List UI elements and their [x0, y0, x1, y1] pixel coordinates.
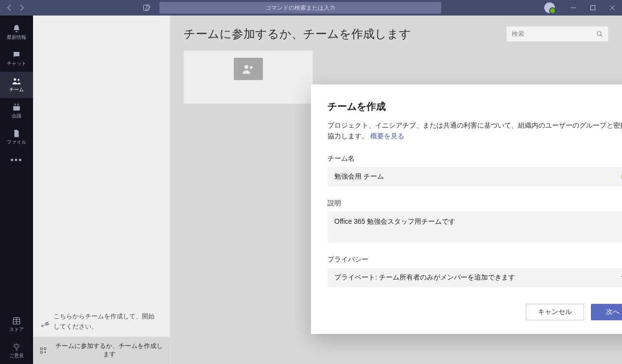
store-icon	[12, 316, 21, 325]
svg-point-9	[15, 345, 18, 348]
next-button[interactable]: 次へ	[591, 304, 622, 320]
window-maximize-button[interactable]	[583, 0, 603, 16]
teams-search-input[interactable]: 検索	[506, 26, 608, 42]
nav-back-button[interactable]	[3, 1, 16, 14]
app-rail: 最新情報 チャット チーム 会議 ファイル •••	[0, 16, 33, 364]
teams-icon	[12, 77, 21, 85]
command-search-input[interactable]: コマンドの検索または入力	[159, 2, 441, 14]
rail-item-label: 会議	[12, 113, 21, 119]
titlebar: コマンドの検索または入力	[0, 0, 622, 16]
rail-item-feedback[interactable]: ご意見	[0, 338, 33, 364]
rail-item-teams[interactable]: チーム	[0, 72, 33, 98]
privacy-label: プライバシー	[328, 255, 622, 264]
rail-item-label: チーム	[9, 86, 24, 93]
nav-forward-button[interactable]	[16, 1, 28, 14]
svg-point-11	[44, 347, 47, 350]
team-grid-icon	[38, 345, 49, 356]
svg-point-15	[250, 66, 253, 69]
team-description-label: 説明	[328, 199, 622, 208]
create-team-hint-text: こちらからチームを作成して、開始してください。	[53, 313, 155, 330]
svg-point-14	[244, 65, 248, 69]
team-name-value: 勉強会用 チーム	[334, 172, 384, 181]
compose-icon[interactable]	[140, 1, 154, 15]
cancel-button[interactable]: キャンセル	[526, 304, 584, 320]
svg-point-12	[40, 351, 43, 354]
create-team-tile[interactable]	[184, 50, 313, 104]
team-name-label: チーム名	[328, 154, 622, 163]
rail-item-files[interactable]: ファイル	[0, 124, 33, 150]
privacy-selected-value: プライベート: チーム所有者のみがメンバーを追加できます	[334, 273, 515, 282]
teams-list-panel: こちらからチームを作成して、開始してください。 ➶ チームに参加するか、チームを…	[33, 16, 170, 364]
file-icon	[13, 129, 20, 138]
rail-item-chat[interactable]: チャット	[0, 46, 33, 72]
rail-item-label: 最新情報	[7, 34, 26, 41]
team-placeholder-icon	[234, 58, 263, 80]
divider	[41, 21, 162, 22]
join-or-create-team-button[interactable]: チームに参加するか、チームを作成します	[33, 337, 170, 364]
create-team-hint: こちらからチームを作成して、開始してください。 ➶	[33, 312, 170, 337]
teams-search-placeholder: 検索	[512, 30, 524, 38]
join-or-create-label: チームに参加するか、チームを作成します	[53, 342, 165, 359]
bell-icon	[12, 24, 21, 33]
rail-item-store[interactable]: ストア	[0, 312, 33, 338]
team-description-input[interactable]: Office 365 勉強会スタッフ用チームです	[328, 212, 622, 243]
window-minimize-button[interactable]	[564, 0, 583, 16]
svg-rect-7	[17, 104, 18, 106]
svg-rect-6	[15, 104, 16, 106]
create-team-dialog: チームを作成 プロジェクト、イニシアチブ、または共通の利害に基づいて、組織内のユ…	[311, 84, 622, 334]
privacy-select[interactable]: プライベート: チーム所有者のみがメンバーを追加できます	[328, 268, 622, 287]
overview-link[interactable]: 概要を見る	[370, 132, 404, 140]
search-icon	[596, 31, 603, 37]
dialog-description: プロジェクト、イニシアチブ、または共通の利害に基づいて、組織内のユーザーのグルー…	[328, 120, 622, 142]
avatar[interactable]	[544, 2, 555, 13]
svg-point-10	[40, 347, 43, 350]
hint-arrow-icon: ➶	[37, 314, 54, 336]
rail-item-label: ファイル	[7, 139, 26, 146]
command-search-placeholder: コマンドの検索または入力	[265, 4, 335, 12]
svg-point-13	[597, 32, 601, 35]
rail-item-label: チャット	[7, 60, 26, 67]
dialog-title: チームを作成	[328, 100, 622, 113]
calendar-icon	[12, 103, 21, 112]
page-title: チームに参加するか、チームを作成します	[184, 26, 411, 42]
main-content: チームに参加するか、チームを作成します 検索 チームを作成 プロジェクト、イニシ…	[170, 16, 622, 364]
svg-rect-1	[591, 6, 595, 10]
svg-rect-5	[13, 105, 20, 106]
rail-item-label: ご意見	[9, 352, 24, 359]
lightbulb-icon	[12, 343, 21, 351]
rail-item-meetings[interactable]: 会議	[0, 98, 33, 124]
rail-more-button[interactable]: •••	[0, 150, 33, 170]
svg-point-2	[14, 78, 16, 81]
rail-item-label: ストア	[9, 326, 24, 333]
window-close-button[interactable]	[603, 0, 622, 16]
team-description-value: Office 365 勉強会スタッフ用チームです	[334, 217, 455, 226]
team-name-input[interactable]: 勉強会用 チーム ✓	[328, 167, 622, 186]
chat-icon	[12, 50, 21, 59]
rail-item-activity[interactable]: 最新情報	[0, 19, 33, 46]
svg-point-3	[17, 79, 19, 81]
